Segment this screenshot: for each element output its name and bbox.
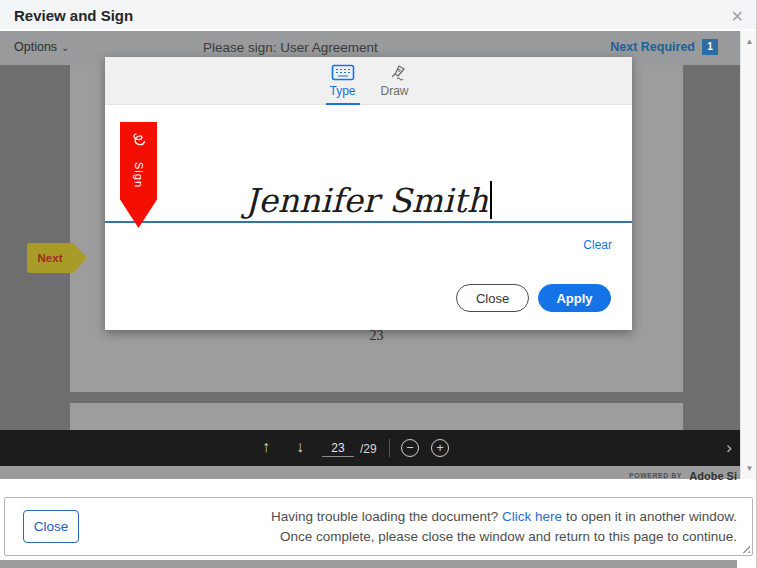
signature-apply-button[interactable]: Apply bbox=[538, 284, 611, 312]
page-number-input[interactable] bbox=[322, 440, 354, 457]
tab-type[interactable]: Type bbox=[324, 57, 362, 105]
previous-page-icon[interactable]: ↑ bbox=[262, 438, 270, 456]
page-total-label: /29 bbox=[360, 442, 377, 456]
powered-by-strip: POWERED BY Adobe Si bbox=[0, 466, 740, 479]
options-menu[interactable]: Options⌄ bbox=[14, 40, 69, 54]
text-cursor bbox=[490, 181, 492, 219]
scroll-down-icon[interactable]: ▼ bbox=[741, 464, 757, 473]
powered-by-label: POWERED BY bbox=[629, 472, 682, 479]
document-page-24 bbox=[70, 403, 683, 430]
tab-draw[interactable]: Draw bbox=[376, 57, 414, 105]
chevron-down-icon: ⌄ bbox=[61, 42, 69, 53]
resize-handle[interactable] bbox=[740, 543, 750, 553]
zoom-out-icon[interactable]: − bbox=[401, 439, 419, 457]
next-required-link[interactable]: Next Required bbox=[610, 40, 695, 54]
keyboard-icon bbox=[331, 64, 355, 81]
signature-baseline bbox=[105, 221, 632, 223]
typed-signature-text: Jennifer Smith bbox=[245, 184, 488, 219]
adobe-sign-brand-label: Adobe Si bbox=[689, 470, 737, 482]
signature-dialog-actions: Close Apply bbox=[456, 284, 611, 312]
next-tag-label: Next bbox=[27, 243, 73, 273]
page-number-label: 23 bbox=[70, 328, 683, 344]
options-label: Options bbox=[14, 40, 57, 54]
window-title-bar: Review and Sign ✕ bbox=[0, 0, 757, 31]
review-and-sign-window: Review and Sign ✕ Options⌄ Please sign: … bbox=[0, 0, 757, 568]
help-line2: Once complete, please close the window a… bbox=[280, 529, 737, 544]
window-close-icon[interactable]: ✕ bbox=[727, 5, 748, 28]
signature-close-button[interactable]: Close bbox=[456, 284, 529, 312]
signature-input-area[interactable]: Jennifer Smith bbox=[105, 167, 632, 219]
signature-dialog: Type Draw bbox=[105, 57, 632, 330]
footer-close-button[interactable]: Close bbox=[23, 510, 79, 543]
bottom-gray-strip bbox=[0, 560, 737, 568]
help-text: Having trouble loading the document? Cli… bbox=[271, 507, 737, 547]
help-line1-suffix: to open it in another window. bbox=[562, 509, 737, 524]
next-field-tag[interactable]: Next bbox=[27, 243, 73, 273]
tab-type-label: Type bbox=[329, 84, 355, 98]
ribbon-sign-label: Sign bbox=[133, 162, 145, 188]
toolbar-divider bbox=[389, 439, 390, 457]
window-title: Review and Sign bbox=[14, 7, 133, 24]
help-line1-prefix: Having trouble loading the document? bbox=[271, 509, 502, 524]
document-title: Please sign: User Agreement bbox=[203, 40, 378, 55]
click-here-link[interactable]: Click here bbox=[502, 509, 562, 524]
pdf-navigation-toolbar: ↑ ↓ /29 − + › bbox=[0, 430, 740, 466]
next-page-icon[interactable]: ↓ bbox=[296, 438, 304, 456]
vertical-scrollbar[interactable]: ▲ ▼ bbox=[740, 31, 757, 479]
tab-draw-label: Draw bbox=[380, 84, 408, 98]
help-box: Close Having trouble loading the documen… bbox=[4, 497, 753, 556]
adobe-acrobat-logo-icon bbox=[128, 131, 150, 153]
footer-panel: Close Having trouble loading the documen… bbox=[0, 479, 757, 568]
next-required-count-badge: 1 bbox=[702, 39, 718, 55]
clear-signature-link[interactable]: Clear bbox=[583, 238, 612, 252]
scroll-up-icon[interactable]: ▲ bbox=[741, 37, 757, 46]
signature-dialog-header: Type Draw bbox=[105, 57, 632, 105]
zoom-in-icon[interactable]: + bbox=[431, 439, 449, 457]
expand-toolbar-icon[interactable]: › bbox=[726, 438, 732, 458]
signature-tabs: Type Draw bbox=[105, 57, 632, 105]
pen-icon bbox=[383, 64, 407, 81]
